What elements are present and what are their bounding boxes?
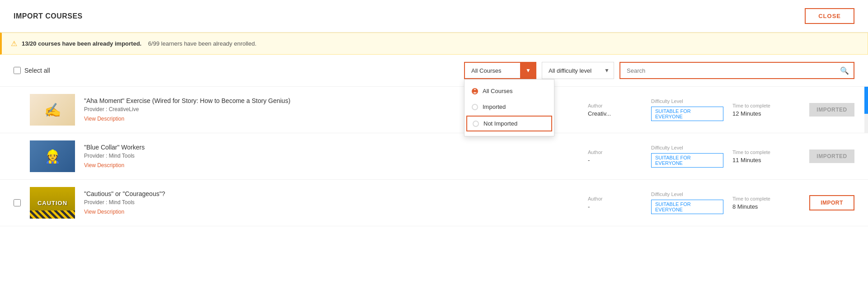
author-label: Author [588,103,642,108]
select-all-label[interactable]: Select all [24,67,50,74]
dropdown-label-all-courses: All Courses [483,88,512,94]
view-description-link[interactable]: View Description [84,116,124,122]
difficulty-label: Difficulty Level [651,98,723,104]
search-input[interactable] [619,62,854,79]
view-description-link[interactable]: View Description [84,209,124,215]
course-action: IMPORTED [805,103,854,117]
course-title: "Cautious" or "Courageous"? [84,190,579,197]
filters-area: All Courses Imported Not Imported ▼ All … [464,62,854,79]
scrollbar-thumb[interactable] [864,87,868,114]
course-checkbox[interactable] [14,199,21,206]
course-action: IMPORT [805,195,854,210]
imported-button: IMPORTED [809,150,854,163]
course-title: "Blue Collar" Workers [84,144,579,151]
imported-button: IMPORTED [809,103,854,117]
author-value: - [588,203,642,210]
course-provider: Provider : Mind Tools [84,199,579,206]
modal-title: IMPORT COURSES [14,12,83,20]
select-all-area: Select all [14,67,455,74]
course-info: "Blue Collar" Workers Provider : Mind To… [84,144,579,169]
dropdown-label-not-imported: Not Imported [483,120,517,127]
course-info: "Cautious" or "Courageous"? Provider : M… [84,190,579,215]
view-description-link[interactable]: View Description [84,162,124,168]
course-difficulty: Difficulty Level SUITABLE FOR EVERYONE [651,192,723,214]
dropdown-item-imported[interactable]: Imported [464,99,554,115]
dropdown-label-imported: Imported [483,103,506,110]
table-row: 👷 "Blue Collar" Workers Provider : Mind … [0,133,868,180]
course-thumbnail: CAUTION [30,187,75,219]
course-thumbnail: ✍️ [30,94,75,126]
time-value: 12 Minutes [732,110,796,117]
courses-dropdown-menu: All Courses Imported Not Imported [464,79,554,136]
courses-filter-select[interactable]: All Courses Imported Not Imported [464,62,536,79]
radio-not-imported [473,121,479,127]
radio-imported [472,104,478,110]
author-label: Author [588,150,642,155]
course-author: Author - [588,150,642,164]
time-label: Time to complete [732,103,796,108]
difficulty-filter-select[interactable]: All difficulty level Beginner Intermedia… [542,62,614,79]
time-value: 8 Minutes [732,203,796,210]
author-label: Author [588,196,642,201]
warning-banner: ⚠ 13/20 courses have been already import… [0,33,868,55]
import-button[interactable]: IMPORT [809,195,854,210]
course-author: Author - [588,196,642,210]
difficulty-badge: SUITABLE FOR EVERYONE [651,153,723,168]
close-button[interactable]: CLOSE [805,8,854,24]
time-label: Time to complete [732,150,796,155]
caution-text: CAUTION [38,200,67,206]
scrollbar-track[interactable] [864,87,868,133]
course-difficulty: Difficulty Level SUITABLE FOR EVERYONE [651,98,723,121]
course-provider: Provider : Mind Tools [84,153,579,159]
difficulty-badge: SUITABLE FOR EVERYONE [651,200,723,214]
select-all-checkbox[interactable] [14,67,21,74]
warning-text: 13/20 courses have been already imported… [22,40,257,47]
search-wrapper: 🔍 [619,62,854,79]
course-author: Author Creativ... [588,103,642,117]
warning-icon: ⚠ [11,39,17,48]
courses-filter-wrapper: All Courses Imported Not Imported ▼ All … [464,62,536,79]
course-action: IMPORTED [805,150,854,163]
dropdown-item-not-imported[interactable]: Not Imported [466,116,552,131]
course-difficulty: Difficulty Level SUITABLE FOR EVERYONE [651,145,723,168]
search-icon: 🔍 [840,66,849,75]
warning-courses: 13/20 courses have been already imported… [22,40,141,47]
difficulty-badge: SUITABLE FOR EVERYONE [651,107,723,121]
difficulty-label: Difficulty Level [651,192,723,197]
modal-header: IMPORT COURSES CLOSE [0,0,868,33]
course-list: ✍️ "Aha Moment" Exercise (Wired for Stor… [0,87,868,226]
table-row: ✍️ "Aha Moment" Exercise (Wired for Stor… [0,87,868,133]
course-time: Time to complete 11 Minutes [732,150,796,164]
difficulty-label: Difficulty Level [651,145,723,150]
difficulty-filter-wrapper: All difficulty level Beginner Intermedia… [542,62,614,79]
toolbar: Select all All Courses Imported Not Impo… [0,55,868,87]
dropdown-item-all-courses[interactable]: All Courses [464,83,554,99]
time-label: Time to complete [732,196,796,201]
course-time: Time to complete 8 Minutes [732,196,796,210]
author-value: - [588,157,642,164]
course-thumbnail: 👷 [30,140,75,172]
table-row: CAUTION "Cautious" or "Courageous"? Prov… [0,180,868,226]
radio-all-courses [472,88,478,94]
warning-learners: 6/99 learners have been already enrolled… [148,40,257,47]
caution-stripe [30,210,75,219]
author-value: Creativ... [588,110,642,117]
course-time: Time to complete 12 Minutes [732,103,796,117]
import-courses-modal: IMPORT COURSES CLOSE ⚠ 13/20 courses hav… [0,0,868,285]
time-value: 11 Minutes [732,157,796,164]
